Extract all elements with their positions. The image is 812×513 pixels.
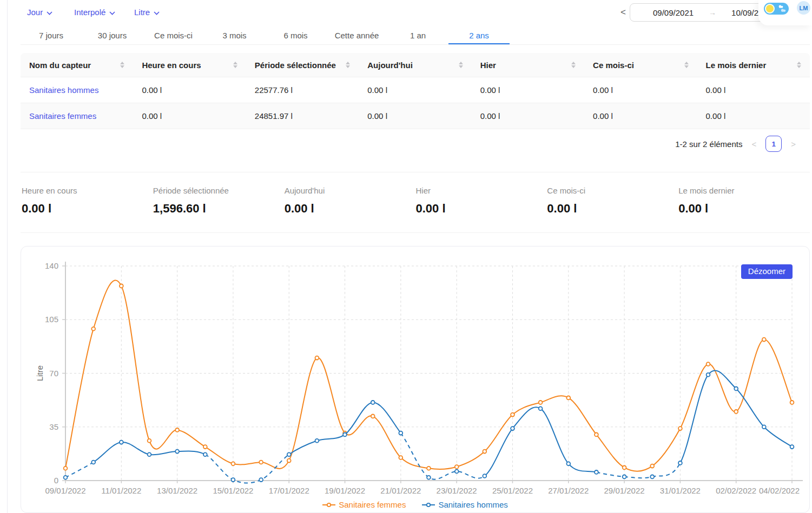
tab-ce-mois-ci[interactable]: Ce mois-ci xyxy=(143,28,204,44)
legend-item-sanitaires-hommes[interactable]: Sanitaires hommes xyxy=(422,500,507,509)
stat-ce-mois-ci: Ce mois-ci0.00 l xyxy=(547,186,678,216)
column-header-nom-du-capteur: Nom du capteur xyxy=(21,53,133,77)
stat-value: 0.00 l xyxy=(547,202,678,216)
x-tick-label: 29/01/2022 xyxy=(604,486,645,495)
x-tick-label: 11/01/2022 xyxy=(101,486,141,495)
x-tick-label: 19/01/2022 xyxy=(325,486,365,495)
stat-value: 1,596.60 l xyxy=(153,202,285,216)
stat-value: 0.00 l xyxy=(415,202,547,216)
tab-7-jours[interactable]: 7 jours xyxy=(21,28,82,44)
series-sanitaires-femmes xyxy=(64,280,794,471)
x-tick-label: 23/01/2022 xyxy=(437,486,477,495)
column-header-aujourd-hui: Aujourd'hui xyxy=(359,53,471,77)
tab-3-mois[interactable]: 3 mois xyxy=(204,28,265,44)
period-tabs: 7 jours30 joursCe mois-ci3 mois6 moisCet… xyxy=(21,28,810,45)
tab-30-jours[interactable]: 30 jours xyxy=(82,28,143,44)
x-tick-label: 21/01/2022 xyxy=(380,486,421,495)
table-cell: 0.00 l xyxy=(472,103,584,129)
pagination-page-1[interactable]: 1 xyxy=(765,136,782,152)
divider xyxy=(21,232,810,233)
sensor-link-sanitaires-femmes[interactable]: Sanitaires femmes xyxy=(21,103,133,129)
legend-item-sanitaires-femmes[interactable]: Sanitaires femmes xyxy=(322,500,406,509)
unit-dropdown-label: Litre xyxy=(134,8,150,17)
table-cell: 0.00 l xyxy=(697,103,810,129)
column-header-label: Aujourd'hui xyxy=(367,61,413,70)
chart-legend: Sanitaires femmesSanitaires hommes xyxy=(21,500,809,509)
toolbar: Jour Interpolé Litre < 09/09/2021 → 10/0… xyxy=(21,0,812,26)
divider xyxy=(21,172,810,172)
stat-label: Heure en cours xyxy=(22,186,153,195)
date-range-start: 09/09/2021 xyxy=(653,8,694,17)
arrow-right-icon: → xyxy=(709,8,716,17)
consumption-chart-card: Dézoomer 0357010514009/01/202211/01/2022… xyxy=(21,246,810,513)
table-cell: 0.00 l xyxy=(359,103,471,129)
pagination-summary: 1-2 sur 2 éléments xyxy=(675,139,742,149)
sort-icon[interactable] xyxy=(797,62,801,68)
legend-marker-icon xyxy=(322,502,335,508)
legend-label: Sanitaires femmes xyxy=(339,500,406,509)
column-header-label: Période sélectionnée xyxy=(255,61,336,70)
sort-icon[interactable] xyxy=(684,62,689,68)
pagination-prev-icon[interactable]: < xyxy=(750,139,757,149)
chevron-down-icon xyxy=(47,8,52,17)
theme-toggle-card: LM xyxy=(758,0,812,25)
y-tick-label: 105 xyxy=(45,315,58,324)
x-tick-label: 04/02/2022 xyxy=(759,486,800,495)
legend-label: Sanitaires hommes xyxy=(438,500,507,509)
dashboard-page: Jour Interpolé Litre < 09/09/2021 → 10/0… xyxy=(0,0,812,513)
tab-6-mois[interactable]: 6 mois xyxy=(265,28,326,44)
table-cell: 0.00 l xyxy=(359,77,471,103)
x-tick-label: 13/01/2022 xyxy=(157,486,197,495)
pagination-next-icon[interactable]: > xyxy=(790,139,797,149)
column-header-p-riode-s-lectionn-e: Période sélectionnée xyxy=(246,53,359,77)
x-tick-label: 17/01/2022 xyxy=(269,486,309,495)
tab-2-ans[interactable]: 2 ans xyxy=(448,28,510,44)
column-header-hier: Hier xyxy=(472,53,584,77)
table-row: Sanitaires femmes0.00 l24851.97 l0.00 l0… xyxy=(21,103,810,129)
column-header-heure-en-cours: Heure en cours xyxy=(133,53,246,77)
sort-icon[interactable] xyxy=(233,62,237,68)
y-axis-title: Litre xyxy=(35,365,44,381)
cloud-icon xyxy=(777,4,787,15)
table-row: Sanitaires hommes0.00 l22577.76 l0.00 l0… xyxy=(21,77,810,103)
sort-icon[interactable] xyxy=(346,62,350,68)
unit-dropdown[interactable]: Litre xyxy=(134,8,160,17)
table-cell: 0.00 l xyxy=(584,77,697,103)
stat-label: Le mois dernier xyxy=(678,186,810,195)
legend-marker-icon xyxy=(422,502,435,508)
panel-left-border xyxy=(7,0,8,513)
table-cell: 0.00 l xyxy=(697,77,810,103)
stat-label: Hier xyxy=(415,186,547,195)
chevron-down-icon xyxy=(154,8,160,17)
stat-value: 0.00 l xyxy=(285,202,416,216)
sensors-table-wrap: Nom du capteurHeure en coursPériode séle… xyxy=(21,53,810,129)
y-tick-label: 35 xyxy=(49,422,58,431)
sort-icon[interactable] xyxy=(120,62,124,68)
stat-aujourd-hui: Aujourd'hui0.00 l xyxy=(285,186,416,216)
sensor-link-sanitaires-hommes[interactable]: Sanitaires hommes xyxy=(21,77,133,103)
stat-label: Période sélectionnée xyxy=(153,186,285,195)
sort-icon[interactable] xyxy=(571,62,576,68)
sort-icon[interactable] xyxy=(459,62,463,68)
x-tick-label: 02/02/2022 xyxy=(716,486,756,495)
y-tick-label: 70 xyxy=(49,369,58,378)
user-avatar[interactable]: LM xyxy=(797,1,810,15)
dezoom-button[interactable]: Dézoomer xyxy=(741,264,793,279)
stat-hier: Hier0.00 l xyxy=(415,186,547,216)
x-tick-label: 15/01/2022 xyxy=(213,486,253,495)
table-cell: 0.00 l xyxy=(584,103,697,129)
consumption-line-chart[interactable]: 0357010514009/01/202211/01/202213/01/202… xyxy=(21,246,809,512)
table-cell: 0.00 l xyxy=(133,103,246,129)
previous-period-button[interactable]: < xyxy=(617,6,629,19)
tab-cette-ann-e[interactable]: Cette année xyxy=(326,28,387,44)
column-header-label: Hier xyxy=(480,61,496,70)
granularity-dropdown[interactable]: Jour xyxy=(27,8,52,17)
y-tick-label: 140 xyxy=(45,261,58,270)
interpolation-dropdown-label: Interpolé xyxy=(74,8,105,17)
tab-1-an[interactable]: 1 an xyxy=(387,28,448,44)
interpolation-dropdown[interactable]: Interpolé xyxy=(74,8,115,17)
theme-toggle[interactable] xyxy=(764,3,789,15)
stat-value: 0.00 l xyxy=(22,202,153,216)
stat-value: 0.00 l xyxy=(678,202,810,216)
stat-le-mois-dernier: Le mois dernier0.00 l xyxy=(678,186,810,216)
